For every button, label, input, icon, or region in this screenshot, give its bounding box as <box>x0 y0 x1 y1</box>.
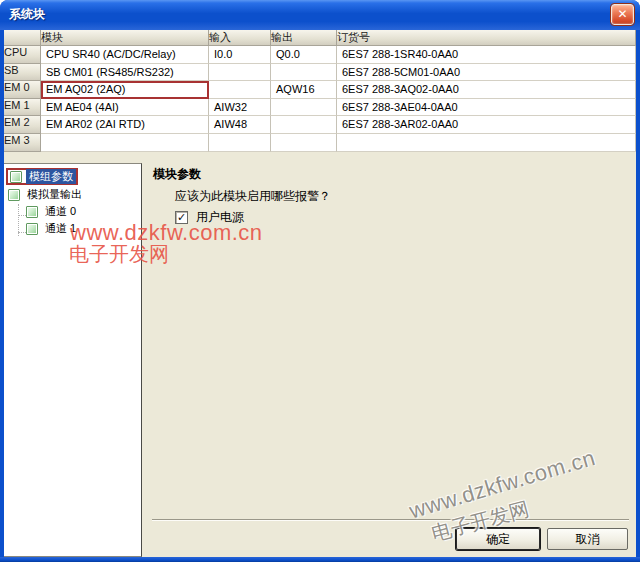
tree-item-label: 通道 0 <box>42 204 79 219</box>
header-cell-output: 输出 <box>271 30 337 46</box>
order-number-cell[interactable]: 6ES7 288-3AQ02-0AA0 <box>337 81 636 99</box>
user-power-label: 用户电源 <box>196 209 244 226</box>
tree-item-label: 通道 1 <box>42 221 79 236</box>
input-cell[interactable] <box>209 81 271 99</box>
row-slot-label[interactable]: EM 2 <box>4 116 41 134</box>
panel-title: 模块参数 <box>153 166 201 183</box>
tree-item[interactable]: 通道 0 <box>4 203 141 220</box>
button-separator <box>152 519 629 521</box>
row-slot-label[interactable]: EM 0 <box>4 81 41 99</box>
input-cell[interactable] <box>209 64 271 82</box>
window-bottom-border <box>0 557 640 562</box>
module-table: 模块输入输出订货号CPUCPU SR40 (AC/DC/Relay)I0.0Q0… <box>4 30 636 152</box>
order-number-cell[interactable]: 6ES7 288-1SR40-0AA0 <box>337 46 636 64</box>
module-cell[interactable]: EM AQ02 (2AQ) <box>41 81 209 99</box>
dialog-title: 系统块 <box>9 6 611 23</box>
tree-item[interactable]: 模组参数 <box>6 168 78 185</box>
checkbox-check-icon[interactable]: ✓ <box>175 211 188 224</box>
alarm-question-label: 应该为此模块启用哪些报警？ <box>175 188 331 205</box>
output-cell[interactable]: Q0.0 <box>271 46 337 64</box>
tree-node-icon <box>10 171 22 183</box>
tree-item[interactable]: 模拟量输出 <box>4 186 141 203</box>
cancel-button[interactable]: 取消 <box>547 528 628 550</box>
close-button[interactable]: ✕ <box>611 4 634 25</box>
output-cell[interactable] <box>271 64 337 82</box>
header-cell-order: 订货号 <box>337 30 636 46</box>
order-number-cell[interactable] <box>337 134 636 152</box>
title-bar[interactable]: 系统块 ✕ <box>0 0 640 30</box>
row-slot-label[interactable]: SB <box>4 64 41 82</box>
output-cell[interactable] <box>271 99 337 117</box>
module-cell[interactable] <box>41 134 209 152</box>
system-block-dialog: 系统块 ✕ 模块输入输出订货号CPUCPU SR40 (AC/DC/Relay)… <box>0 0 640 562</box>
row-slot-label[interactable]: EM 1 <box>4 99 41 117</box>
module-parameters-panel: 模块参数 应该为此模块启用哪些报警？ ✓ 用户电源 确定 取消 <box>143 163 636 557</box>
order-number-cell[interactable]: 6ES7 288-3AR02-0AA0 <box>337 116 636 134</box>
input-cell[interactable]: I0.0 <box>209 46 271 64</box>
header-cell-slot <box>4 30 41 46</box>
tree-item-label: 模拟量输出 <box>24 187 85 202</box>
order-number-cell[interactable]: 6ES7 288-5CM01-0AA0 <box>337 64 636 82</box>
dialog-content: 模块输入输出订货号CPUCPU SR40 (AC/DC/Relay)I0.0Q0… <box>4 30 636 557</box>
ok-button[interactable]: 确定 <box>456 528 540 550</box>
output-cell[interactable]: AQW16 <box>271 81 337 99</box>
output-cell[interactable] <box>271 134 337 152</box>
tree-item-label: 模组参数 <box>26 169 76 184</box>
module-cell[interactable]: EM AE04 (4AI) <box>41 99 209 117</box>
output-cell[interactable] <box>271 116 337 134</box>
header-cell-input: 输入 <box>209 30 271 46</box>
tree-node-icon <box>26 223 38 235</box>
input-cell[interactable]: AIW32 <box>209 99 271 117</box>
input-cell[interactable]: AIW48 <box>209 116 271 134</box>
row-slot-label[interactable]: CPU <box>4 46 41 64</box>
order-number-cell[interactable]: 6ES7 288-3AE04-0AA0 <box>337 99 636 117</box>
row-slot-label[interactable]: EM 3 <box>4 134 41 152</box>
module-cell[interactable]: EM AR02 (2AI RTD) <box>41 116 209 134</box>
close-icon: ✕ <box>617 7 627 21</box>
config-tree: 模组参数模拟量输出通道 0通道 1 <box>4 163 142 557</box>
module-cell[interactable]: SB CM01 (RS485/RS232) <box>41 64 209 82</box>
tree-node-icon <box>26 206 38 218</box>
tree-node-icon <box>8 189 20 201</box>
input-cell[interactable] <box>209 134 271 152</box>
header-cell-module: 模块 <box>41 30 209 46</box>
tree-item[interactable]: 通道 1 <box>4 220 141 237</box>
user-power-checkbox-row[interactable]: ✓ 用户电源 <box>175 209 244 226</box>
module-cell[interactable]: CPU SR40 (AC/DC/Relay) <box>41 46 209 64</box>
